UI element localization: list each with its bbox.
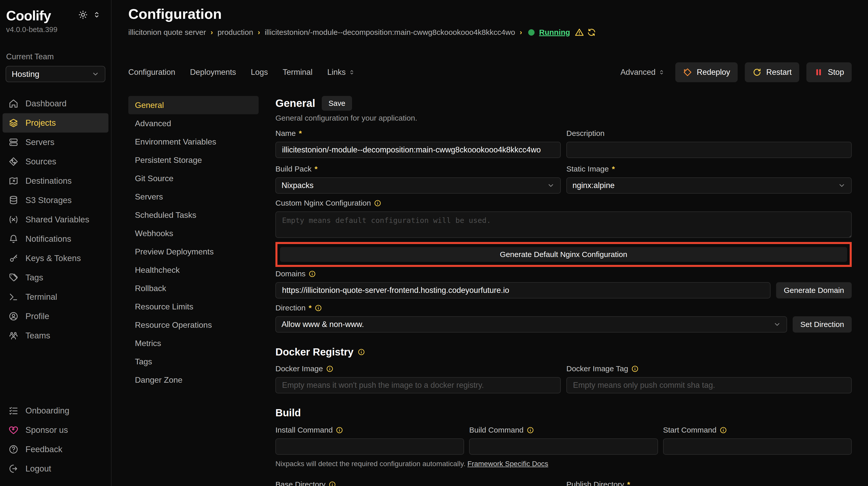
subnav-tags[interactable]: Tags: [128, 352, 259, 371]
theme-toggle-sun-icon[interactable]: [79, 10, 88, 19]
subnav-rollback[interactable]: Rollback: [128, 279, 259, 297]
sidebar-item-teams[interactable]: Teams: [3, 326, 108, 345]
user-circle-icon: [9, 312, 18, 321]
info-icon[interactable]: [309, 270, 316, 278]
info-icon[interactable]: [315, 304, 322, 312]
info-icon[interactable]: [329, 481, 336, 486]
advanced-dropdown[interactable]: Advanced: [620, 68, 665, 77]
subnav-resource-operations[interactable]: Resource Operations: [128, 316, 259, 334]
sidebar-item-keys-tokens[interactable]: Keys & Tokens: [3, 249, 108, 268]
restart-button[interactable]: Restart: [745, 62, 799, 82]
tab-terminal[interactable]: Terminal: [283, 68, 313, 77]
custom-nginx-textarea[interactable]: [275, 212, 852, 238]
tab-logs[interactable]: Logs: [251, 68, 268, 77]
sidebar-item-dashboard[interactable]: Dashboard: [3, 94, 108, 113]
info-icon[interactable]: [631, 365, 639, 372]
generate-nginx-button[interactable]: Generate Default Nginx Configuration: [280, 247, 847, 262]
variable-icon: [9, 215, 18, 224]
sidebar-item-destinations[interactable]: Destinations: [3, 171, 108, 191]
name-input[interactable]: [275, 142, 561, 158]
start-command-input[interactable]: [663, 439, 852, 455]
subnav-general[interactable]: General: [128, 96, 259, 114]
database-icon: [9, 195, 18, 205]
info-icon[interactable]: [720, 426, 727, 434]
tab-links[interactable]: Links: [327, 68, 355, 77]
description-input[interactable]: [566, 142, 852, 158]
info-icon[interactable]: [358, 348, 365, 356]
sidebar-item-logout[interactable]: Logout: [3, 459, 108, 478]
sidebar-item-sources[interactable]: Sources: [3, 152, 108, 171]
tag-icon: [9, 273, 18, 283]
bell-icon: [9, 234, 18, 244]
framework-docs-link[interactable]: Framework Specific Docs: [467, 460, 548, 468]
info-icon[interactable]: [326, 365, 334, 372]
docker-image-tag-label: Docker Image Tag: [566, 364, 628, 373]
checklist-icon: [9, 406, 18, 416]
layers-icon: [9, 118, 18, 128]
redeploy-button[interactable]: Redeploy: [675, 62, 738, 82]
name-label: Name: [275, 129, 296, 138]
subnav-git-source[interactable]: Git Source: [128, 169, 259, 188]
subnav-resource-limits[interactable]: Resource Limits: [128, 297, 259, 316]
team-select[interactable]: Hosting: [6, 66, 105, 82]
subnav-scheduled-tasks[interactable]: Scheduled Tasks: [128, 206, 259, 224]
sidebar-item-tags[interactable]: Tags: [3, 268, 108, 287]
sidebar-item-servers[interactable]: Servers: [3, 133, 108, 152]
set-direction-button[interactable]: Set Direction: [793, 316, 852, 332]
map-icon: [9, 176, 18, 186]
sidebar-item-terminal[interactable]: Terminal: [3, 287, 108, 306]
refresh-icon[interactable]: [587, 28, 596, 37]
subnav-webhooks[interactable]: Webhooks: [128, 224, 259, 242]
status-badge[interactable]: Running: [539, 28, 570, 37]
info-icon[interactable]: [374, 199, 381, 207]
app-logo[interactable]: Coolify: [6, 8, 51, 24]
subnav-preview-deployments[interactable]: Preview Deployments: [128, 242, 259, 261]
subnav-metrics[interactable]: Metrics: [128, 334, 259, 352]
tab-deployments[interactable]: Deployments: [190, 68, 236, 77]
tab-configuration[interactable]: Configuration: [128, 68, 175, 77]
subnav-servers[interactable]: Servers: [128, 188, 259, 206]
sidebar-item-label: S3 Storages: [26, 195, 72, 205]
direction-select[interactable]: Allow www & non-www.: [275, 316, 787, 332]
chevron-down-icon: [838, 182, 846, 189]
warning-icon[interactable]: [575, 28, 584, 37]
breadcrumb-project[interactable]: illicitonion quote server: [128, 28, 206, 37]
subnav-danger-zone[interactable]: Danger Zone: [128, 371, 259, 389]
build-pack-select[interactable]: Nixpacks: [275, 177, 561, 194]
docker-image-input[interactable]: [275, 377, 561, 393]
sidebar-item-label: Terminal: [26, 292, 57, 302]
subnav-healthcheck[interactable]: Healthcheck: [128, 261, 259, 279]
sidebar-item-feedback[interactable]: Feedback: [3, 440, 108, 459]
sidebar-nav: Dashboard Projects Servers Sources Desti…: [0, 94, 111, 345]
sidebar-item-onboarding[interactable]: Onboarding: [3, 401, 108, 420]
domains-input[interactable]: [275, 282, 771, 298]
sidebar-item-s3-storages[interactable]: S3 Storages: [3, 191, 108, 210]
build-command-input[interactable]: [469, 439, 658, 455]
sidebar-item-projects[interactable]: Projects: [3, 113, 108, 133]
info-icon[interactable]: [336, 426, 343, 434]
info-icon[interactable]: [527, 426, 534, 434]
save-button[interactable]: Save: [322, 96, 352, 111]
generate-domain-button[interactable]: Generate Domain: [776, 282, 852, 298]
breadcrumb-application[interactable]: illicitestonion/-module--decomposition:m…: [265, 28, 515, 37]
sidebar-item-profile[interactable]: Profile: [3, 306, 108, 326]
static-image-select[interactable]: nginx:alpine: [566, 177, 852, 194]
header-actions: Advanced Redeploy Restart Stop: [620, 62, 852, 82]
sidebar-item-notifications[interactable]: Notifications: [3, 229, 108, 249]
sidebar-item-label: Onboarding: [26, 406, 69, 416]
breadcrumb-environment[interactable]: production: [217, 28, 253, 37]
section-title-build: Build: [275, 407, 301, 419]
subnav-environment-variables[interactable]: Environment Variables: [128, 133, 259, 151]
description-label: Description: [566, 129, 604, 138]
stop-button[interactable]: Stop: [806, 62, 852, 82]
heart-icon: [9, 425, 18, 435]
sidebar-collapse-chevrons-icon[interactable]: [92, 10, 101, 19]
docker-image-tag-input[interactable]: [566, 377, 852, 393]
subnav-persistent-storage[interactable]: Persistent Storage: [128, 151, 259, 169]
subnav-advanced[interactable]: Advanced: [128, 114, 259, 133]
sidebar-item-label: Sources: [26, 157, 56, 166]
sidebar-item-label: Notifications: [26, 234, 71, 244]
sidebar-item-sponsor-us[interactable]: Sponsor us: [3, 420, 108, 440]
install-command-input[interactable]: [275, 439, 464, 455]
sidebar-item-shared-variables[interactable]: Shared Variables: [3, 210, 108, 229]
